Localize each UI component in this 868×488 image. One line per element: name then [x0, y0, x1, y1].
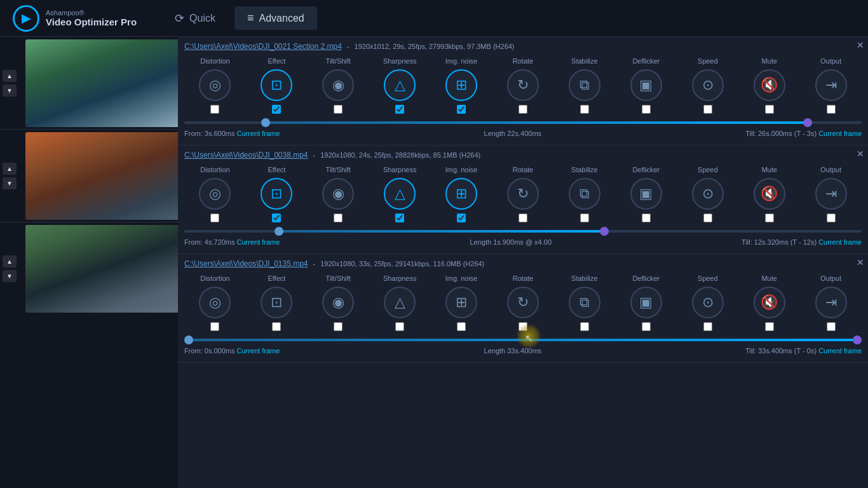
- mute-checkbox-tool-grid-3[interactable]: [765, 322, 774, 331]
- tab-advanced[interactable]: ≡ Advanced: [234, 6, 317, 30]
- close-row-3[interactable]: ✕: [857, 258, 864, 267]
- tab-quick[interactable]: ⟳ Quick: [162, 6, 228, 30]
- speed-checkbox-tool-grid-2[interactable]: [703, 214, 712, 222]
- tool-label-stabilize: Stabilize: [571, 166, 598, 173]
- tool-tiltshift-tool-grid-2[interactable]: Tilt/Shift◉: [308, 163, 369, 224]
- output-checkbox-tool-grid-2[interactable]: [827, 214, 836, 222]
- tool-stabilize-tool-grid-3[interactable]: Stabilize⧉: [553, 272, 615, 332]
- row-header-1: C:\Users\Axel\Videos\DJI_0021 Section 2.…: [178, 37, 868, 55]
- tool-imgnoise-tool-grid-3[interactable]: Img. noise⊞: [431, 272, 492, 332]
- tool-sharpness-tool-grid-1[interactable]: Sharpness△: [369, 55, 431, 115]
- effect-checkbox-tool-grid-3[interactable]: [272, 322, 281, 331]
- tool-effect-tool-grid-1[interactable]: Effect⊡: [246, 55, 308, 115]
- tiltshift-checkbox-tool-grid-1[interactable]: [334, 105, 342, 114]
- current-frame-from-1[interactable]: Current frame: [237, 130, 280, 137]
- thumb-nav-2: ▲ ▼: [0, 163, 19, 189]
- thumb-nav-1: ▲ ▼: [0, 70, 19, 97]
- tool-rotate-tool-grid-1[interactable]: Rotate↻: [492, 55, 554, 115]
- logo-area: ▶ Ashampoo® Video Optimizer Pro: [13, 5, 137, 32]
- current-frame-till-3[interactable]: Current frame: [818, 347, 862, 355]
- tool-imgnoise-tool-grid-2[interactable]: Img. noise⊞: [431, 163, 492, 224]
- sharpness-checkbox-tool-grid-2[interactable]: [395, 214, 404, 222]
- mute-checkbox-tool-grid-1[interactable]: [765, 105, 774, 114]
- file-path-3[interactable]: C:\Users\Axel\Videos\DJI_0135.mp4: [184, 259, 308, 268]
- tool-output-tool-grid-1[interactable]: Output⇥: [800, 55, 862, 115]
- distortion-checkbox-tool-grid-1[interactable]: [210, 105, 219, 114]
- tool-rotate-tool-grid-2[interactable]: Rotate↻: [492, 163, 554, 224]
- tool-imgnoise-tool-grid-1[interactable]: Img. noise⊞: [431, 55, 492, 115]
- thumb-up-3[interactable]: ▲: [3, 255, 17, 268]
- thumb-up-1[interactable]: ▲: [3, 70, 17, 82]
- tool-tiltshift-tool-grid-1[interactable]: Tilt/Shift◉: [308, 55, 369, 115]
- stabilize-checkbox-tool-grid-3[interactable]: [580, 322, 589, 331]
- tool-distortion-tool-grid-1[interactable]: Distortion◎: [184, 55, 246, 115]
- imgnoise-checkbox-tool-grid-2[interactable]: [457, 214, 466, 222]
- deflicker-checkbox-tool-grid-2[interactable]: [642, 214, 651, 222]
- close-row-1[interactable]: ✕: [857, 41, 864, 50]
- effect-checkbox-tool-grid-1[interactable]: [272, 105, 281, 114]
- timeline-1[interactable]: [184, 119, 862, 126]
- tool-stabilize-tool-grid-1[interactable]: Stabilize⧉: [553, 55, 615, 115]
- tool-deflicker-tool-grid-3[interactable]: Deflicker▣: [615, 272, 677, 332]
- current-frame-till-2[interactable]: Current frame: [818, 238, 862, 246]
- tiltshift-checkbox-tool-grid-3[interactable]: [334, 322, 342, 331]
- effect-checkbox-tool-grid-2[interactable]: [272, 214, 281, 222]
- imgnoise-checkbox-tool-grid-1[interactable]: [457, 105, 466, 114]
- tool-deflicker-tool-grid-2[interactable]: Deflicker▣: [615, 163, 677, 224]
- tool-sharpness-tool-grid-3[interactable]: Sharpness△: [369, 272, 431, 332]
- tool-effect-tool-grid-3[interactable]: Effect⊡: [246, 272, 308, 332]
- tool-rotate-tool-grid-3[interactable]: Rotate↻: [492, 272, 554, 332]
- current-frame-till-1[interactable]: Current frame: [818, 130, 862, 137]
- timeline-2[interactable]: [184, 227, 862, 235]
- rotate-checkbox-tool-grid-3[interactable]: [519, 322, 527, 331]
- tool-stabilize-tool-grid-2[interactable]: Stabilize⧉: [553, 163, 615, 224]
- file-meta-2: 1920x1080, 24s, 25fps, 28828kbps, 85.1MB…: [320, 151, 480, 159]
- imgnoise-checkbox-tool-grid-3[interactable]: [457, 322, 466, 331]
- tool-mute-tool-grid-2[interactable]: Mute🔇: [738, 163, 800, 224]
- thumb-down-1[interactable]: ▼: [3, 85, 17, 97]
- tool-speed-tool-grid-3[interactable]: Speed⊙: [677, 272, 738, 332]
- deflicker-checkbox-tool-grid-1[interactable]: [642, 105, 651, 114]
- tool-label-sharpness: Sharpness: [383, 274, 417, 282]
- tool-speed-tool-grid-1[interactable]: Speed⊙: [677, 55, 738, 115]
- tool-distortion-tool-grid-3[interactable]: Distortion◎: [184, 272, 246, 332]
- tool-output-tool-grid-3[interactable]: Output⇥: [800, 272, 862, 332]
- mute-checkbox-tool-grid-2[interactable]: [765, 214, 774, 222]
- speed-checkbox-tool-grid-3[interactable]: [703, 322, 712, 331]
- tiltshift-checkbox-tool-grid-2[interactable]: [334, 214, 342, 222]
- current-frame-from-3[interactable]: Current frame: [237, 347, 280, 355]
- video-row-3: ✕ C:\Users\Axel\Videos\DJI_0135.mp4 - 19…: [178, 254, 868, 363]
- thumb-down-2[interactable]: ▼: [3, 177, 17, 189]
- sharpness-checkbox-tool-grid-1[interactable]: [395, 105, 404, 114]
- tool-label-tiltshift: Tilt/Shift: [326, 274, 351, 282]
- timeline-3[interactable]: [184, 336, 862, 344]
- deflicker-checkbox-tool-grid-3[interactable]: [642, 322, 651, 331]
- tool-mute-tool-grid-3[interactable]: Mute🔇: [738, 272, 800, 332]
- tool-tiltshift-tool-grid-3[interactable]: Tilt/Shift◉: [308, 272, 369, 332]
- current-frame-from-2[interactable]: Current frame: [237, 238, 280, 246]
- output-checkbox-tool-grid-1[interactable]: [827, 105, 836, 114]
- distortion-checkbox-tool-grid-3[interactable]: [210, 322, 219, 331]
- tool-output-tool-grid-2[interactable]: Output⇥: [800, 163, 862, 224]
- tool-distortion-tool-grid-2[interactable]: Distortion◎: [184, 163, 246, 224]
- tool-deflicker-tool-grid-1[interactable]: Deflicker▣: [615, 55, 677, 115]
- tool-mute-tool-grid-1[interactable]: Mute🔇: [738, 55, 800, 115]
- speed-checkbox-tool-grid-1[interactable]: [703, 105, 712, 114]
- tool-sharpness-tool-grid-2[interactable]: Sharpness△: [369, 163, 431, 224]
- sharpness-checkbox-tool-grid-3[interactable]: [395, 322, 404, 331]
- distortion-checkbox-tool-grid-2[interactable]: [210, 214, 219, 222]
- file-path-2[interactable]: C:\Users\Axel\Videos\DJI_0038.mp4: [184, 151, 308, 159]
- stabilize-checkbox-tool-grid-1[interactable]: [580, 105, 589, 114]
- thumb-down-3[interactable]: ▼: [3, 270, 17, 282]
- rotate-checkbox-tool-grid-2[interactable]: [519, 214, 527, 222]
- output-icon: ⇥: [815, 178, 847, 210]
- stabilize-checkbox-tool-grid-2[interactable]: [580, 214, 589, 222]
- output-checkbox-tool-grid-3[interactable]: [827, 322, 836, 331]
- tool-speed-tool-grid-2[interactable]: Speed⊙: [677, 163, 738, 224]
- rotate-checkbox-tool-grid-1[interactable]: [519, 105, 527, 114]
- content-area: ✕ C:\Users\Axel\Videos\DJI_0021 Section …: [178, 37, 868, 488]
- thumb-up-2[interactable]: ▲: [3, 163, 17, 175]
- close-row-2[interactable]: ✕: [857, 149, 864, 158]
- tool-effect-tool-grid-2[interactable]: Effect⊡: [246, 163, 308, 224]
- file-path-1[interactable]: C:\Users\Axel\Videos\DJI_0021 Section 2.…: [184, 42, 342, 51]
